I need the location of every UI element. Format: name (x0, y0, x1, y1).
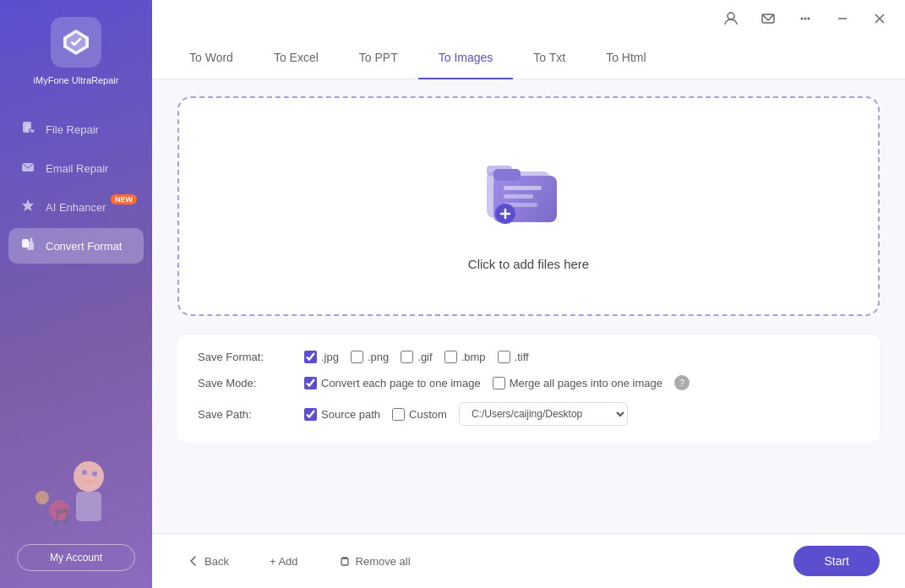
path-source[interactable]: Source path (304, 408, 380, 421)
mode-each-page[interactable]: Convert each page to one image (304, 377, 481, 389)
svg-rect-11 (76, 492, 101, 521)
save-path-row: Save Path: Source path Custom C:/Users/c… (198, 402, 859, 426)
save-path-dropdown[interactable]: C:/Users/caijing/Desktop (459, 402, 628, 426)
ai-enhancer-label: AI Enhancer (46, 201, 106, 214)
path-custom[interactable]: Custom (392, 408, 447, 421)
logo-area: iMyFone UltraRepair (34, 17, 119, 86)
sidebar: iMyFone UltraRepair ⚒ File Repair Email … (0, 0, 152, 588)
save-path-label: Save Path: (198, 408, 291, 421)
tab-to-txt[interactable]: To Txt (513, 37, 586, 79)
svg-rect-30 (504, 194, 533, 199)
format-bmp[interactable]: .bmp (444, 351, 486, 363)
save-mode-help-icon[interactable]: ? (674, 375, 690, 390)
format-jpg-label: .jpg (321, 351, 339, 363)
drop-zone[interactable]: Click to add files here (177, 96, 880, 316)
svg-text:🎵: 🎵 (51, 507, 72, 527)
my-account-button[interactable]: My Account (17, 544, 135, 571)
svg-point-20 (804, 18, 807, 20)
svg-point-19 (801, 18, 804, 20)
svg-rect-28 (493, 169, 521, 181)
format-gif-checkbox[interactable] (401, 351, 413, 363)
svg-point-21 (808, 18, 810, 20)
email-repair-label: Email Repair (46, 162, 108, 175)
mode-options: Convert each page to one image Merge all… (304, 375, 690, 390)
file-repair-label: File Repair (46, 123, 99, 136)
tab-to-excel[interactable]: To Excel (254, 37, 339, 79)
path-source-checkbox[interactable] (304, 408, 317, 421)
path-custom-checkbox[interactable] (392, 408, 405, 421)
format-bmp-checkbox[interactable] (444, 351, 457, 363)
convert-format-icon (20, 237, 37, 255)
settings-section: Save Format: .jpg .png .gif (177, 333, 880, 443)
sidebar-item-email-repair[interactable]: Email Repair (8, 150, 144, 186)
path-custom-label: Custom (409, 408, 447, 421)
format-png-checkbox[interactable] (351, 351, 363, 363)
save-mode-label: Save Mode: (198, 377, 291, 389)
svg-rect-29 (504, 186, 542, 190)
mode-merge-all-label: Merge all pages into one image (510, 377, 662, 389)
folder-illustration (478, 142, 580, 243)
format-tiff[interactable]: .tiff (498, 351, 529, 363)
svg-point-15 (82, 470, 87, 475)
mail-icon[interactable] (756, 7, 780, 30)
format-gif[interactable]: .gif (401, 351, 432, 363)
content-area: Click to add files here Save Format: .jp… (152, 79, 905, 533)
path-options: Source path Custom C:/Users/caijing/Desk… (304, 402, 628, 426)
format-options: .jpg .png .gif .bmp (304, 351, 529, 363)
svg-rect-35 (341, 558, 348, 565)
account-icon[interactable] (719, 7, 743, 30)
footer: Back + Add Remove all Start (152, 533, 905, 588)
format-png-label: .png (368, 351, 389, 363)
logo-icon (51, 17, 101, 68)
svg-rect-9 (27, 242, 34, 250)
save-format-label: Save Format: (198, 351, 291, 363)
tab-to-word[interactable]: To Word (169, 37, 254, 79)
minimize-icon[interactable] (831, 7, 854, 30)
drop-zone-text: Click to add files here (468, 257, 589, 271)
tab-to-ppt[interactable]: To PPT (339, 37, 418, 79)
format-tiff-label: .tiff (515, 351, 529, 363)
back-button[interactable]: Back (177, 550, 239, 573)
add-button[interactable]: + Add (259, 550, 308, 573)
main-area: To Word To Excel To PPT To Images To Txt… (152, 0, 905, 588)
file-repair-icon: ⚒ (20, 120, 37, 139)
format-gif-label: .gif (417, 351, 432, 363)
add-label: + Add (270, 555, 298, 568)
remove-all-button[interactable]: Remove all (329, 550, 421, 573)
svg-marker-7 (22, 199, 34, 211)
start-button[interactable]: Start (793, 546, 880, 576)
mode-each-page-checkbox[interactable] (304, 377, 317, 389)
tab-to-images[interactable]: To Images (418, 37, 514, 79)
save-mode-row: Save Mode: Convert each page to one imag… (198, 375, 859, 390)
tab-bar: To Word To Excel To PPT To Images To Txt… (152, 37, 905, 79)
svg-point-17 (728, 13, 734, 19)
email-repair-icon (20, 159, 37, 177)
menu-icon[interactable] (793, 7, 817, 30)
sidebar-item-file-repair[interactable]: ⚒ File Repair (8, 112, 144, 147)
path-source-label: Source path (321, 408, 380, 421)
format-bmp-label: .bmp (461, 351, 486, 363)
new-badge: NEW (111, 194, 137, 204)
mode-merge-all[interactable]: Merge all pages into one image (493, 377, 662, 389)
tab-to-html[interactable]: To Html (586, 37, 666, 79)
mode-each-page-label: Convert each page to one image (321, 377, 481, 389)
footer-left: Back + Add Remove all (177, 550, 421, 573)
sidebar-item-ai-enhancer[interactable]: AI Enhancer NEW (8, 189, 144, 225)
remove-all-label: Remove all (356, 555, 411, 568)
convert-format-label: Convert Format (46, 240, 122, 253)
mode-merge-all-checkbox[interactable] (493, 377, 505, 389)
format-jpg[interactable]: .jpg (304, 351, 339, 363)
save-format-row: Save Format: .jpg .png .gif (198, 351, 859, 363)
ai-enhancer-icon (20, 198, 37, 216)
format-tiff-checkbox[interactable] (498, 351, 510, 363)
app-name: iMyFone UltraRepair (34, 74, 119, 86)
sidebar-bottom: 🎵 My Account (17, 451, 135, 571)
format-jpg-checkbox[interactable] (304, 351, 317, 363)
svg-point-13 (35, 491, 49, 504)
close-icon[interactable] (868, 7, 891, 30)
back-label: Back (204, 555, 229, 568)
character-art: 🎵 (17, 451, 135, 536)
svg-point-10 (74, 461, 104, 492)
format-png[interactable]: .png (351, 351, 389, 363)
sidebar-item-convert-format[interactable]: Convert Format (8, 228, 144, 264)
